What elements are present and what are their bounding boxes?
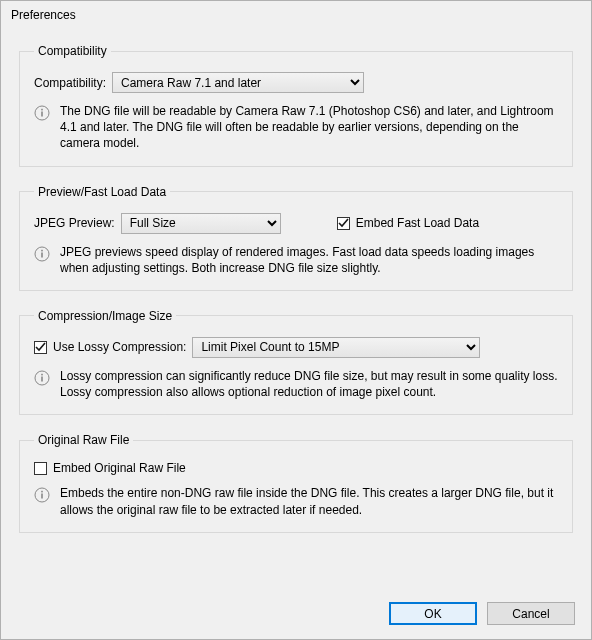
svg-rect-7 [41, 376, 43, 381]
use-lossy-checkbox[interactable]: Use Lossy Compression: [34, 340, 186, 354]
svg-rect-10 [41, 494, 43, 499]
embed-fast-load-label: Embed Fast Load Data [356, 216, 479, 230]
window-title: Preferences [1, 1, 591, 22]
compatibility-select[interactable]: Camera Raw 7.1 and later [112, 72, 364, 93]
checkbox-box [337, 217, 350, 230]
pixel-limit-select[interactable]: Limit Pixel Count to 15MP [192, 337, 480, 358]
group-preview-legend: Preview/Fast Load Data [34, 185, 170, 199]
checkbox-box [34, 462, 47, 475]
svg-rect-2 [41, 109, 43, 111]
svg-rect-8 [41, 374, 43, 376]
jpeg-preview-select[interactable]: Full Size [121, 213, 281, 234]
svg-rect-1 [41, 112, 43, 117]
group-original: Original Raw File Embed Original Raw Fil… [19, 433, 573, 532]
ok-button[interactable]: OK [389, 602, 477, 625]
use-lossy-label: Use Lossy Compression: [53, 340, 186, 354]
svg-rect-11 [41, 491, 43, 493]
button-bar: OK Cancel [389, 602, 575, 625]
group-compression: Compression/Image Size Use Lossy Compres… [19, 309, 573, 415]
checkbox-box [34, 341, 47, 354]
info-icon [34, 105, 50, 121]
embed-fast-load-checkbox[interactable]: Embed Fast Load Data [337, 216, 479, 230]
cancel-button[interactable]: Cancel [487, 602, 575, 625]
jpeg-preview-label: JPEG Preview: [34, 216, 115, 230]
info-icon [34, 487, 50, 503]
info-icon [34, 246, 50, 262]
svg-rect-5 [41, 249, 43, 251]
embed-original-label: Embed Original Raw File [53, 461, 186, 475]
compatibility-label: Compatibility: [34, 76, 106, 90]
embed-original-checkbox[interactable]: Embed Original Raw File [34, 461, 186, 475]
group-compatibility: Compatibility Compatibility: Camera Raw … [19, 44, 573, 167]
group-compatibility-legend: Compatibility [34, 44, 111, 58]
compatibility-info-text: The DNG file will be readable by Camera … [60, 103, 558, 152]
svg-rect-4 [41, 252, 43, 257]
original-info-text: Embeds the entire non-DNG raw file insid… [60, 485, 558, 517]
compression-info-text: Lossy compression can significantly redu… [60, 368, 558, 400]
preferences-window: Preferences Compatibility Compatibility:… [0, 0, 592, 640]
preview-info-text: JPEG previews speed display of rendered … [60, 244, 558, 276]
group-compression-legend: Compression/Image Size [34, 309, 176, 323]
info-icon [34, 370, 50, 386]
group-preview: Preview/Fast Load Data JPEG Preview: Ful… [19, 185, 573, 291]
group-original-legend: Original Raw File [34, 433, 133, 447]
content-area: Compatibility Compatibility: Camera Raw … [1, 22, 591, 533]
